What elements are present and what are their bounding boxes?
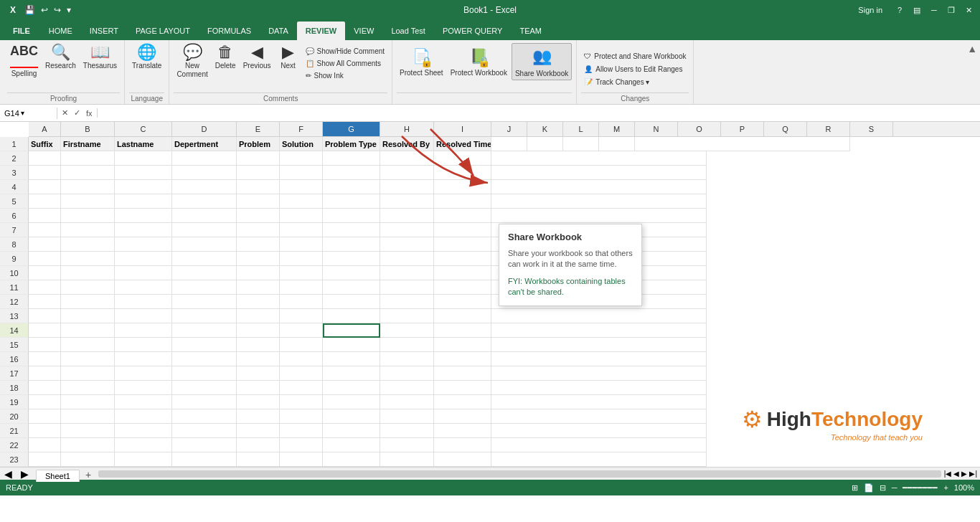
cell-G7[interactable] (323, 223, 380, 237)
cell-E17[interactable] (237, 366, 280, 381)
cell-D5[interactable] (172, 194, 237, 209)
cell-J19[interactable] (491, 395, 707, 409)
cell-J14[interactable] (491, 323, 707, 338)
cell-G4[interactable] (323, 180, 380, 194)
cell-H16[interactable] (380, 352, 434, 366)
cell-E1[interactable]: Problem (237, 137, 280, 151)
col-header-I[interactable]: I (434, 122, 491, 136)
protect-workbook-button[interactable]: 📗 🔒 Protect Workbook (448, 43, 510, 79)
cell-F7[interactable] (280, 223, 323, 237)
col-header-H[interactable]: H (380, 122, 434, 136)
view-layout-btn[interactable]: 📄 (864, 483, 874, 493)
cell-B11[interactable] (61, 280, 115, 295)
cell-C17[interactable] (115, 366, 172, 381)
row-header-19[interactable]: 19 (0, 395, 29, 409)
cell-D8[interactable] (172, 237, 237, 252)
cell-I6[interactable] (434, 209, 491, 223)
cell-G17[interactable] (323, 366, 380, 381)
cell-G15[interactable] (323, 338, 380, 352)
cell-C21[interactable] (115, 424, 172, 438)
cell-J5[interactable] (491, 194, 707, 209)
cell-G20[interactable] (323, 409, 380, 424)
cell-F10[interactable] (280, 266, 323, 280)
cell-C9[interactable] (115, 252, 172, 266)
cell-G16[interactable] (323, 352, 380, 366)
cell-I5[interactable] (434, 194, 491, 209)
cell-C15[interactable] (115, 338, 172, 352)
cell-G6[interactable] (323, 209, 380, 223)
cell-B7[interactable] (61, 223, 115, 237)
cell-B12[interactable] (61, 295, 115, 309)
cell-F11[interactable] (280, 280, 323, 295)
cell-G5[interactable] (323, 194, 380, 209)
cell-I13[interactable] (434, 309, 491, 323)
cell-B9[interactable] (61, 252, 115, 266)
cell-G23[interactable] (323, 452, 380, 467)
cell-K1[interactable] (527, 137, 563, 151)
cell-J20[interactable] (491, 409, 707, 424)
cell-E4[interactable] (237, 180, 280, 194)
scroll-left-btn[interactable]: ◀ (0, 468, 17, 480)
cell-A12[interactable] (29, 295, 61, 309)
cell-G1[interactable]: Problem Type (323, 137, 380, 151)
row-header-3[interactable]: 3 (0, 166, 29, 180)
cell-B17[interactable] (61, 366, 115, 381)
translate-button[interactable]: 🌐 Translate (129, 43, 164, 72)
cell-D9[interactable] (172, 252, 237, 266)
cell-G2[interactable] (323, 151, 380, 166)
cell-I14[interactable] (434, 323, 491, 338)
cell-C22[interactable] (115, 438, 172, 452)
cell-D12[interactable] (172, 295, 237, 309)
cell-F23[interactable] (280, 452, 323, 467)
collapse-ribbon-button[interactable]: ▲ (967, 43, 977, 54)
cell-H5[interactable] (380, 194, 434, 209)
cell-D3[interactable] (172, 166, 237, 180)
view-normal-btn[interactable]: ⊞ (852, 483, 858, 493)
tab-team[interactable]: TEAM (511, 22, 550, 40)
cell-C5[interactable] (115, 194, 172, 209)
row-header-14[interactable]: 14 (0, 323, 29, 338)
row-header-10[interactable]: 10 (0, 266, 29, 280)
cell-A2[interactable] (29, 151, 61, 166)
new-comment-button[interactable]: 💬 NewComment (174, 43, 210, 80)
tab-home[interactable]: HOME (40, 22, 81, 40)
cell-D17[interactable] (172, 366, 237, 381)
cell-C14[interactable] (115, 323, 172, 338)
row-header-1[interactable]: 1 (0, 137, 29, 151)
cell-E21[interactable] (237, 424, 280, 438)
cell-A8[interactable] (29, 237, 61, 252)
cell-D23[interactable] (172, 452, 237, 467)
cell-E9[interactable] (237, 252, 280, 266)
row-header-20[interactable]: 20 (0, 409, 29, 424)
col-header-E[interactable]: E (237, 122, 280, 136)
cell-E19[interactable] (237, 395, 280, 409)
cell-A5[interactable] (29, 194, 61, 209)
cell-E16[interactable] (237, 352, 280, 366)
cell-B13[interactable] (61, 309, 115, 323)
cell-D2[interactable] (172, 151, 237, 166)
cell-I19[interactable] (434, 395, 491, 409)
cell-D10[interactable] (172, 266, 237, 280)
undo-btn[interactable]: ↩ (39, 4, 50, 16)
spelling-button[interactable]: ABC Spelling (7, 43, 41, 80)
next-sheet-btn[interactable]: ▶| (969, 470, 977, 478)
col-header-Q[interactable]: Q (764, 122, 807, 136)
cell-D18[interactable] (172, 381, 237, 395)
cell-A7[interactable] (29, 223, 61, 237)
cell-F14[interactable] (280, 323, 323, 338)
cell-C3[interactable] (115, 166, 172, 180)
cell-H19[interactable] (380, 395, 434, 409)
cell-E2[interactable] (237, 151, 280, 166)
cell-ref-dropdown[interactable]: ▾ (21, 109, 24, 117)
allow-users-button[interactable]: 👤 Allow Users to Edit Ranges (581, 64, 685, 75)
cell-F22[interactable] (280, 438, 323, 452)
cell-A6[interactable] (29, 209, 61, 223)
cell-H13[interactable] (380, 309, 434, 323)
cell-G19[interactable] (323, 395, 380, 409)
cell-B15[interactable] (61, 338, 115, 352)
cell-A9[interactable] (29, 252, 61, 266)
previous-button[interactable]: ◀ Previous (240, 43, 274, 72)
cell-A13[interactable] (29, 309, 61, 323)
cell-H15[interactable] (380, 338, 434, 352)
cell-B21[interactable] (61, 424, 115, 438)
